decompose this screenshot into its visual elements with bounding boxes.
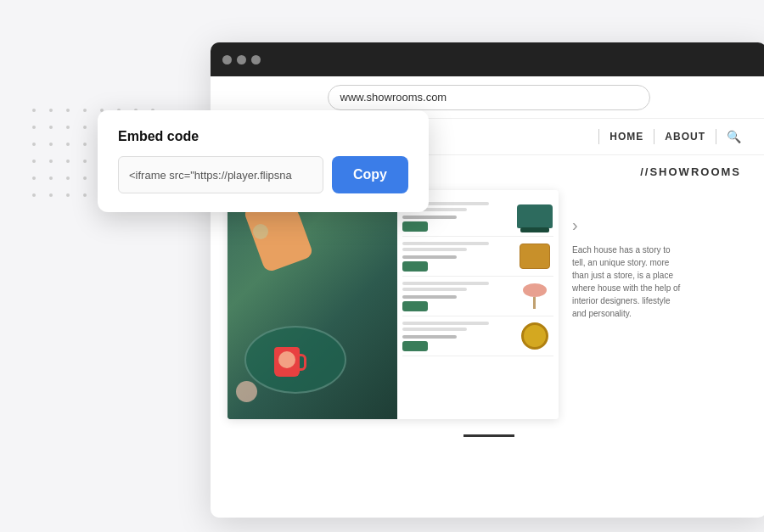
product-row-mirror	[402, 316, 553, 356]
add-to-cart-button-pillow[interactable]	[402, 261, 428, 272]
product-price	[402, 255, 457, 259]
catalog-product-list	[397, 190, 559, 419]
product-price	[402, 216, 457, 219]
pillow-icon	[520, 244, 550, 269]
sofa-icon	[517, 204, 553, 228]
product-line	[402, 282, 489, 285]
url-text: www.showrooms.com	[340, 91, 447, 104]
product-image-sofa	[515, 200, 553, 232]
flower-decoration-3	[253, 224, 268, 239]
nav-divider-right	[716, 129, 716, 144]
flower-decoration-2	[278, 351, 295, 368]
catalog-photo-side	[228, 190, 397, 419]
sidebar-description-text: Each house has a story to tell, an uniqu…	[572, 244, 683, 320]
sidebar-description-area: › Each house has a story to tell, an uni…	[572, 190, 683, 320]
copy-button[interactable]: Copy	[332, 156, 408, 193]
catalog-page	[228, 190, 559, 419]
next-arrow-icon[interactable]: ›	[572, 216, 683, 235]
product-line	[402, 322, 489, 325]
product-line	[402, 328, 467, 331]
browser-content: › Each house has a story to tell, an uni…	[211, 182, 764, 428]
embed-code-card: Embed code <iframe src="https://player.f…	[98, 110, 429, 212]
embed-code-input[interactable]: <iframe src="https://player.flipsna	[118, 156, 323, 193]
product-text-mirror	[402, 322, 510, 351]
add-to-cart-button-stool[interactable]	[402, 301, 428, 311]
product-image-stool	[515, 280, 553, 312]
embed-card-title: Embed code	[118, 129, 408, 144]
traffic-light-green	[251, 55, 261, 64]
browser-titlebar	[211, 42, 764, 76]
product-image-mirror	[515, 320, 553, 352]
bottom-divider	[463, 434, 514, 437]
product-line	[402, 242, 489, 245]
traffic-light-yellow	[237, 55, 246, 64]
nav-divider-mid	[654, 129, 654, 144]
embed-input-row: <iframe src="https://player.flipsna Copy	[118, 156, 408, 193]
flower-decoration-1	[236, 381, 257, 402]
add-to-cart-button-mirror[interactable]	[402, 341, 428, 351]
product-image-pillow	[515, 240, 553, 272]
product-line	[402, 288, 467, 291]
product-text-lines-mirror	[402, 322, 510, 339]
nav-home[interactable]: HOME	[610, 131, 643, 143]
product-text-lines-stool	[402, 282, 510, 299]
address-bar[interactable]: www.showrooms.com	[328, 85, 650, 110]
brand-text: //SHOWROOMS	[640, 165, 741, 178]
search-icon[interactable]: 🔍	[727, 130, 741, 143]
product-price	[402, 335, 457, 339]
traffic-light-red	[222, 55, 232, 64]
mirror-icon	[521, 322, 548, 350]
embed-code-value: <iframe src="https://player.flipsna	[129, 169, 292, 182]
product-text-stool	[402, 282, 510, 311]
product-row-stool	[402, 277, 553, 316]
stool-leg	[533, 297, 536, 309]
nav-about[interactable]: ABOUT	[665, 131, 705, 143]
add-to-cart-button-sofa[interactable]	[402, 221, 428, 232]
stool-top	[523, 283, 547, 297]
product-text-pillow	[402, 242, 510, 272]
product-line	[402, 248, 467, 251]
product-row-pillow	[402, 237, 553, 277]
stool-icon	[523, 283, 547, 309]
catalog-photo	[228, 190, 397, 419]
product-price	[402, 295, 457, 299]
product-text-lines-pillow	[402, 242, 510, 259]
nav-divider-left	[598, 129, 599, 144]
